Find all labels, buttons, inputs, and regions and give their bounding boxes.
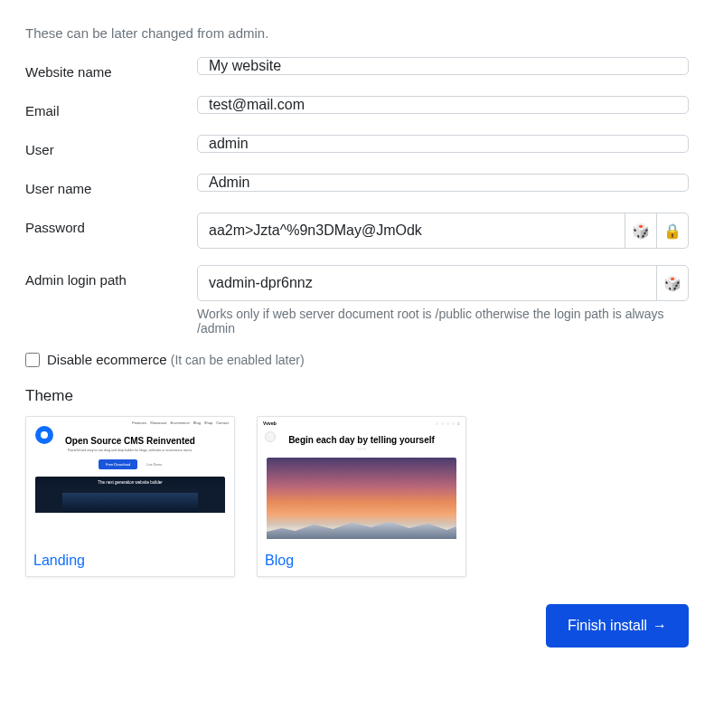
- preview-hero-buttons: Free Download Live Demo: [26, 453, 234, 469]
- theme-label-blog: Blog: [258, 547, 465, 576]
- user-name-input[interactable]: [197, 174, 689, 192]
- dice-icon: 🎲: [632, 222, 650, 240]
- preview-nav: FeaturesShowcaseEcommerceBlogShopContact: [26, 417, 234, 429]
- disable-ecommerce-hint: (It can be enabled later): [171, 353, 305, 367]
- label-password: Password: [25, 213, 197, 235]
- label-website-name: Website name: [25, 57, 197, 80]
- row-user: User: [25, 135, 689, 157]
- preview-blog-top: Vvveb ○○○○≡: [258, 417, 465, 430]
- generate-path-button[interactable]: 🎲: [656, 265, 689, 301]
- theme-heading: Theme: [25, 387, 689, 405]
- toggle-password-button[interactable]: 🔒: [656, 213, 689, 249]
- email-input[interactable]: [197, 96, 689, 114]
- page-hint: These can be later changed from admin.: [25, 25, 689, 41]
- lock-icon: 🔒: [663, 222, 681, 240]
- dice-icon: 🎲: [663, 275, 681, 292]
- label-user: User: [25, 135, 197, 157]
- admin-login-path-help: Works only if web server document root i…: [197, 307, 689, 336]
- theme-options: FeaturesShowcaseEcommerceBlogShopContact…: [25, 416, 689, 577]
- disable-ecommerce-checkbox[interactable]: [25, 353, 40, 367]
- label-admin-login-path: Admin login path: [25, 265, 197, 288]
- arrow-right-icon: →: [653, 618, 667, 634]
- theme-label-landing: Landing: [26, 547, 234, 576]
- preview-blog-meta: — — —: [258, 447, 465, 450]
- theme-radio-landing[interactable]: [35, 426, 53, 444]
- row-email: Email: [25, 96, 689, 118]
- preview-blog-title: Begin each day by telling yourself: [258, 435, 465, 445]
- website-name-input[interactable]: [197, 57, 689, 75]
- label-email: Email: [25, 96, 197, 118]
- preview-dark-section: The next generation website builder: [35, 477, 225, 513]
- theme-preview-landing: FeaturesShowcaseEcommerceBlogShopContact…: [26, 417, 234, 547]
- preview-hero-title: Open Source CMS Reinvented: [26, 436, 234, 446]
- admin-login-path-input[interactable]: [197, 265, 657, 301]
- preview-blog-avatar: [265, 431, 276, 442]
- password-input[interactable]: [197, 213, 625, 249]
- row-website-name: Website name: [25, 57, 689, 80]
- row-disable-ecommerce: Disable ecommerce (It can be enabled lat…: [25, 352, 689, 367]
- footer: Finish install →: [25, 604, 689, 648]
- finish-install-button[interactable]: Finish install →: [546, 604, 689, 648]
- theme-card-landing[interactable]: FeaturesShowcaseEcommerceBlogShopContact…: [25, 416, 235, 577]
- row-admin-login-path: Admin login path 🎲 Works only if web ser…: [25, 265, 689, 336]
- disable-ecommerce-label[interactable]: Disable ecommerce (It can be enabled lat…: [47, 352, 305, 367]
- row-user-name: User name: [25, 174, 689, 196]
- preview-blog-image: [267, 458, 456, 539]
- theme-preview-blog: Vvveb ○○○○≡ Begin each day by telling yo…: [258, 417, 465, 547]
- theme-card-blog[interactable]: Vvveb ○○○○≡ Begin each day by telling yo…: [257, 416, 466, 577]
- user-input[interactable]: [197, 135, 689, 153]
- generate-password-button[interactable]: 🎲: [625, 213, 657, 249]
- row-password: Password 🎲 🔒: [25, 213, 689, 249]
- label-user-name: User name: [25, 174, 197, 196]
